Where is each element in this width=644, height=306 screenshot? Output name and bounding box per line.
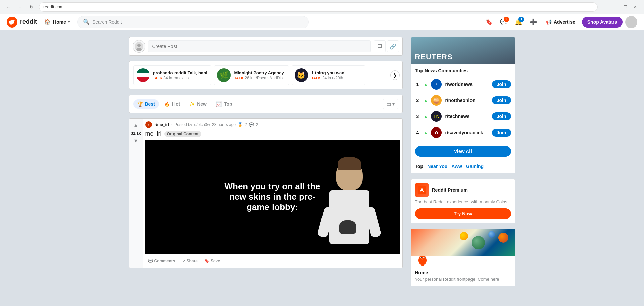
save-icon: 🔖	[204, 259, 209, 263]
post-subreddit[interactable]: r/me_irl	[155, 122, 169, 127]
chevron-down-icon: ▾	[392, 101, 395, 107]
restore-button[interactable]: ❐	[621, 2, 630, 12]
reuters-logo: REUTERS	[415, 53, 453, 61]
downvote-button[interactable]: ▼	[132, 137, 140, 145]
community-item-savedyouaclick[interactable]: 4 ▲ 🖱 r/savedyouaclick Join	[411, 124, 515, 141]
person-hair	[338, 157, 361, 170]
reuters-communities-card: REUTERS Top News Communities 1 ▲ r/ r/wo…	[411, 37, 515, 173]
post-card: ▲ 31.1k ▼ r r/me_irl · Posted by u/elch3…	[129, 118, 403, 268]
talk-live-badge-1: TALK	[153, 76, 163, 80]
talks-next-button[interactable]: ❯	[390, 70, 400, 80]
main-layout: 🖼 🔗 probando reddit Talk, habl. TALK 34 …	[121, 30, 524, 298]
create-post-input[interactable]	[148, 40, 371, 52]
filter-tab-top[interactable]: Top	[415, 164, 424, 169]
talk-item-3[interactable]: 🐱 1 thing you wan' TALK 24 in u/20th...	[292, 65, 365, 85]
share-button[interactable]: ↗ Share	[179, 257, 200, 265]
community-name-nottheonion: r/nottheonion	[445, 98, 488, 103]
svg-point-4	[137, 45, 138, 46]
sort-more-button[interactable]: ···	[238, 98, 251, 109]
sort-top-button[interactable]: 📈 Top	[212, 99, 236, 109]
trend-icon-1: ▲	[424, 82, 428, 87]
notifications-button[interactable]: 🔔 1	[512, 16, 525, 28]
join-savedyouaclick-button[interactable]: Join	[492, 129, 511, 137]
shop-avatars-button[interactable]: Shop Avatars	[582, 17, 623, 28]
image-upload-button[interactable]: 🖼	[374, 40, 386, 52]
user-avatar[interactable]	[625, 16, 637, 28]
sort-best-button[interactable]: 🏆 Best	[133, 99, 159, 109]
post-author[interactable]: u/elch3w	[194, 122, 210, 127]
home-card: Home Your personal Reddit frontpage. Com…	[411, 229, 515, 286]
grid-icon: ▤	[387, 101, 391, 107]
browser-window-controls: ⋮ ─ ❐ ✕	[600, 2, 640, 12]
talk-item-1[interactable]: probando reddit Talk, habl. TALK 34 in r…	[133, 65, 212, 85]
talk-meta-2: TALK 26 in r/PoemsAndDis...	[234, 75, 286, 80]
person-body	[329, 190, 369, 244]
feed-column: 🖼 🔗 probando reddit Talk, habl. TALK 34 …	[129, 37, 403, 292]
home-button[interactable]: 🏠 Home ▾	[41, 17, 73, 27]
filter-tab-gaming[interactable]: Gaming	[466, 164, 484, 169]
chat-button[interactable]: 💬 2	[498, 16, 510, 28]
close-button[interactable]: ✕	[631, 2, 640, 12]
home-card-title: Home	[415, 270, 511, 275]
save-button[interactable]: 🔖	[483, 16, 495, 28]
talk-meta-3: TALK 24 in u/20th...	[311, 75, 362, 80]
search-bar[interactable]: 🔍 Search Reddit	[77, 16, 309, 28]
minimize-button[interactable]: ─	[610, 2, 620, 12]
join-technews-button[interactable]: Join	[492, 112, 511, 120]
post-flair: Original Content	[164, 131, 201, 137]
comments-button[interactable]: 💬 Comments	[145, 257, 178, 265]
join-nottheonion-button[interactable]: Join	[492, 96, 511, 104]
create-post-avatar	[133, 40, 145, 53]
meme-left-panel	[145, 140, 221, 254]
create-post-bar: 🖼 🔗	[129, 37, 403, 56]
subreddit-icon: r	[145, 121, 152, 128]
community-list: 1 ▲ r/ r/worldnews Join 2 ▲ 🧅 r/nottheon…	[411, 73, 515, 143]
community-item-worldnews[interactable]: 1 ▲ r/ r/worldnews Join	[411, 76, 515, 92]
community-item-nottheonion[interactable]: 2 ▲ 🧅 r/nottheonion Join	[411, 92, 515, 108]
view-all-button[interactable]: View All	[415, 146, 511, 157]
post-meta: r r/me_irl · Posted by u/elch3w 23 hours…	[145, 121, 400, 128]
person-figure	[316, 160, 383, 254]
filter-tab-near-you[interactable]: Near You	[427, 164, 447, 169]
add-button[interactable]: ➕	[527, 16, 539, 28]
svg-rect-18	[421, 264, 424, 266]
save-post-button[interactable]: 🔖 Save	[202, 257, 223, 265]
join-worldnews-button[interactable]: Join	[492, 80, 511, 88]
forward-button[interactable]: →	[15, 2, 25, 12]
advertise-button[interactable]: 📢 Advertise	[542, 17, 579, 27]
post-comments-count-meta: 2	[256, 122, 258, 127]
post-actions: 💬 Comments ↗ Share 🔖 Save	[145, 257, 400, 265]
trend-icon-3: ▲	[424, 114, 428, 119]
post-title: me_irl Original Content	[145, 130, 400, 137]
filter-tab-aww[interactable]: Aww	[451, 164, 462, 169]
browser-menu-button[interactable]: ⋮	[600, 2, 610, 12]
sort-hot-button[interactable]: 🔥 Hot	[160, 99, 184, 109]
talk-avatar-mexico	[136, 68, 150, 82]
sidebar-column: REUTERS Top News Communities 1 ▲ r/ r/wo…	[411, 37, 515, 292]
talk-count-3: 24 in u/20th...	[322, 75, 347, 80]
svg-point-5	[139, 45, 140, 46]
new-icon: ✨	[189, 101, 195, 107]
post-separator: ·	[171, 122, 172, 127]
sort-hot-label: Hot	[172, 101, 180, 107]
post-content: r r/me_irl · Posted by u/elch3w 23 hours…	[143, 119, 402, 268]
browser-chrome: ← → ↻ ⋮ ─ ❐ ✕	[0, 0, 644, 14]
talk-info-3: 1 thing you wan' TALK 24 in u/20th...	[311, 70, 362, 80]
link-button[interactable]: 🔗	[387, 40, 399, 52]
refresh-button[interactable]: ↻	[27, 2, 36, 12]
community-item-technews[interactable]: 3 ▲ TN r/technews Join	[411, 108, 515, 124]
bookmark-icon: 🔖	[485, 18, 493, 26]
sort-new-button[interactable]: ✨ New	[185, 99, 211, 109]
talk-item-2[interactable]: 🌿 Midnight Poetry Agency TALK 26 in r/Po…	[214, 65, 289, 85]
try-now-button[interactable]: Try Now	[415, 208, 511, 219]
best-icon: 🏆	[137, 101, 143, 107]
chat-badge: 2	[504, 17, 509, 22]
plus-icon: ➕	[530, 18, 537, 26]
back-button[interactable]: ←	[4, 2, 13, 12]
reddit-logo[interactable]: reddit	[7, 17, 37, 28]
upvote-button[interactable]: ▲	[132, 121, 140, 130]
awards-count: 2	[245, 122, 247, 127]
search-icon: 🔍	[83, 19, 90, 25]
view-toggle-button[interactable]: ▤ ▾	[383, 99, 398, 109]
address-bar[interactable]	[39, 2, 598, 12]
